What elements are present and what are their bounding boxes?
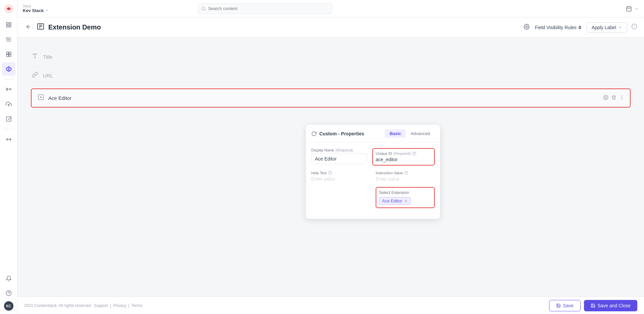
sidebar-notifications[interactable]	[2, 272, 15, 285]
tab-advanced[interactable]: Advanced	[406, 129, 435, 138]
stack-chevron-icon[interactable]	[45, 8, 49, 12]
ace-editor-actions	[603, 95, 625, 102]
svg-point-23	[202, 7, 205, 10]
sidebar-item-modules[interactable]	[2, 48, 15, 61]
help-instruction-row: Help Text Enter value Instruction Value …	[311, 171, 435, 182]
help-text-group: Help Text Enter value	[311, 171, 370, 182]
svg-point-8	[6, 38, 7, 39]
save-close-button[interactable]: Save and Close	[584, 300, 637, 311]
main-content: Stack Kev Stack Extension Demo	[17, 0, 644, 314]
content-body: Title URL Ace Editor	[17, 38, 644, 297]
settings-icon[interactable]	[524, 24, 530, 31]
field-visibility-rules[interactable]: Field Visibility Rules 0	[535, 25, 581, 30]
ace-editor-more-icon[interactable]	[619, 95, 625, 102]
save-label: Save	[563, 303, 574, 308]
back-button[interactable]	[24, 22, 33, 33]
extension-tag: Ace Editor ✕	[379, 197, 411, 205]
footer-privacy-link[interactable]: Privacy	[113, 303, 126, 308]
topbar-chevron-icon[interactable]	[635, 7, 639, 11]
ace-editor-settings-icon[interactable]	[603, 95, 608, 102]
search-icon	[202, 6, 206, 11]
title-label[interactable]: Title	[43, 54, 52, 60]
sidebar-item-extensions[interactable]	[2, 62, 15, 76]
unique-id-help-icon[interactable]	[412, 151, 416, 155]
apply-label-button[interactable]: Apply Label	[587, 22, 627, 33]
stack-info: Stack Kev Stack	[23, 4, 49, 13]
panel-header: Custom - Properties Basic Advanced	[306, 125, 440, 143]
sidebar-item-list[interactable]	[2, 33, 15, 46]
panel-tabs: Basic Advanced	[385, 129, 435, 138]
tab-basic[interactable]: Basic	[385, 129, 406, 138]
calendar-icon[interactable]	[626, 6, 632, 12]
display-name-group: Display Name (Required)	[311, 148, 367, 166]
svg-rect-1	[6, 22, 8, 24]
svg-rect-10	[9, 52, 11, 54]
extension-tag-remove[interactable]: ✕	[404, 199, 408, 203]
spacer	[311, 187, 370, 208]
info-icon[interactable]	[631, 23, 637, 31]
apply-label-text: Apply Label	[592, 25, 616, 30]
svg-line-24	[205, 9, 205, 10]
url-icon	[31, 72, 39, 79]
url-label[interactable]: URL	[43, 73, 53, 78]
footer-support-link[interactable]: Support	[94, 303, 108, 308]
instruction-value-placeholder[interactable]: Enter value	[376, 176, 435, 182]
sidebar-item-signals[interactable]	[2, 83, 15, 96]
panel-body: Display Name (Required) Unique ID (Requi…	[306, 143, 440, 219]
unique-id-input[interactable]	[376, 157, 431, 162]
sidebar-help[interactable]	[2, 287, 15, 300]
search-input[interactable]	[208, 6, 328, 11]
apply-label-chevron-icon	[618, 25, 622, 29]
sidebar: KC	[0, 0, 17, 314]
sidebar-item-check[interactable]	[2, 112, 15, 126]
footer-right: Save Save and Close	[549, 300, 637, 311]
topbar: Stack Kev Stack	[17, 0, 644, 17]
sidebar-item-deploy[interactable]	[2, 133, 15, 146]
panel-title: Custom - Properties	[311, 131, 364, 136]
field-visibility-label: Field Visibility Rules	[535, 25, 577, 30]
display-name-input[interactable]	[311, 153, 367, 164]
select-extension-box: Select Extension Ace Editor ✕	[376, 187, 435, 208]
select-extension-group: Select Extension Ace Editor ✕	[376, 187, 435, 208]
sidebar-bottom: KC	[2, 272, 15, 311]
svg-point-17	[9, 88, 11, 90]
save-button[interactable]: Save	[549, 300, 581, 311]
svg-point-41	[605, 97, 606, 98]
svg-rect-25	[627, 7, 631, 11]
header-right: Field Visibility Rules 0 Apply Label	[524, 22, 627, 33]
properties-panel: Custom - Properties Basic Advanced Displ…	[306, 125, 440, 219]
instruction-help-icon[interactable]	[404, 171, 408, 175]
svg-rect-11	[6, 55, 8, 57]
save-close-label: Save and Close	[597, 303, 631, 308]
help-text-help-icon[interactable]	[328, 171, 332, 175]
sidebar-item-upload[interactable]	[2, 98, 15, 111]
footer-terms-link[interactable]: Terms	[131, 303, 143, 308]
ace-editor-field: Ace Editor	[31, 88, 631, 108]
field-visibility-count: 0	[579, 25, 581, 30]
url-field: URL	[31, 66, 631, 85]
help-text-placeholder[interactable]: Enter value	[311, 176, 370, 182]
save-icon	[556, 303, 561, 308]
footer-links: 2021 Contenstack. All rights reserved. S…	[24, 303, 142, 308]
content-header: Extension Demo Field Visibility Rules 0 …	[17, 17, 644, 38]
sidebar-item-dashboard[interactable]	[2, 18, 15, 32]
ace-editor-label: Ace Editor	[48, 95, 603, 101]
search-bar[interactable]	[198, 3, 332, 14]
topbar-right-icons	[626, 6, 639, 12]
app-logo[interactable]	[3, 3, 14, 14]
save-close-icon	[591, 303, 595, 308]
stack-label: Stack	[23, 4, 49, 8]
svg-rect-19	[6, 117, 11, 121]
select-extension-label: Select Extension	[379, 190, 431, 195]
sidebar-divider-1	[4, 79, 14, 79]
svg-rect-12	[9, 55, 11, 57]
unique-id-label: Unique ID (Required)	[376, 151, 431, 155]
ace-editor-delete-icon[interactable]	[611, 95, 616, 102]
panel-title-text: Custom - Properties	[319, 131, 364, 136]
title-icon	[31, 53, 39, 61]
ace-editor-icon	[37, 94, 45, 102]
page-title: Extension Demo	[48, 23, 101, 31]
user-avatar[interactable]: KC	[4, 301, 13, 311]
panel-refresh-icon	[311, 131, 317, 136]
name-id-row: Display Name (Required) Unique ID (Requi…	[311, 148, 435, 166]
